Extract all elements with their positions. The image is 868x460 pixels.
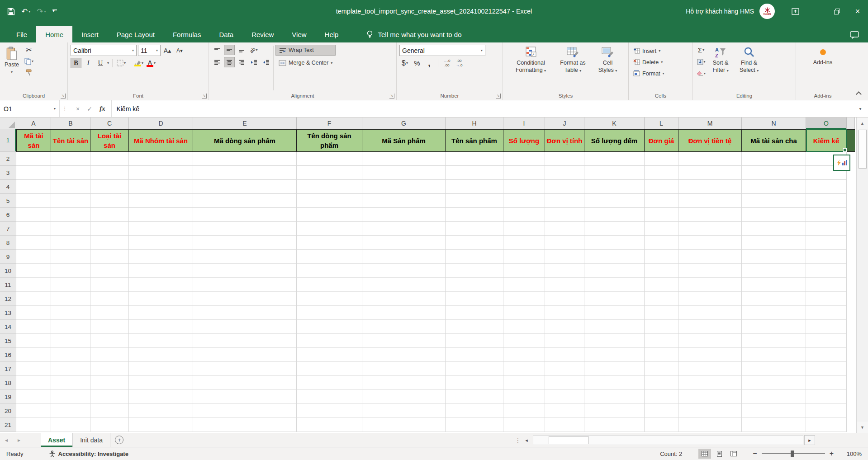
cell-L6[interactable]	[645, 208, 678, 222]
cell-I13[interactable]	[503, 306, 545, 320]
horizontal-scroll-thumb[interactable]	[549, 436, 588, 444]
cell-H19[interactable]	[446, 390, 503, 404]
bold-button[interactable]: B	[71, 58, 81, 68]
cell-D10[interactable]	[129, 264, 193, 278]
cell-L7[interactable]	[645, 222, 678, 236]
cell-D15[interactable]	[129, 334, 193, 348]
zoom-thumb[interactable]	[791, 451, 794, 457]
tab-splitter-grip[interactable]: ⋮	[515, 433, 521, 447]
cell-I8[interactable]	[503, 236, 545, 250]
header-cell-O1[interactable]: Kiểm kể	[806, 129, 847, 152]
format-cells-button[interactable]: Format▾	[631, 68, 666, 79]
cell-G20[interactable]	[362, 404, 446, 418]
cell-E14[interactable]	[193, 320, 297, 334]
header-cell-I1[interactable]: Số lượng	[503, 129, 545, 152]
cell-A7[interactable]	[16, 222, 51, 236]
cell-B4[interactable]	[51, 180, 90, 194]
cell-N10[interactable]	[742, 264, 806, 278]
cell-C7[interactable]	[90, 222, 129, 236]
row-header-18[interactable]: 18	[0, 376, 16, 390]
cell-O18[interactable]	[806, 376, 847, 390]
cell-L3[interactable]	[645, 166, 678, 180]
cell-D9[interactable]	[129, 250, 193, 264]
cell-D11[interactable]	[129, 278, 193, 292]
cell-E12[interactable]	[193, 292, 297, 306]
cell-E8[interactable]	[193, 236, 297, 250]
cell-E2[interactable]	[193, 152, 297, 166]
cell-I14[interactable]	[503, 320, 545, 334]
redo-button[interactable]: ↷▾	[37, 7, 46, 16]
cell-M11[interactable]	[678, 278, 742, 292]
cell-H2[interactable]	[446, 152, 503, 166]
cell-B16[interactable]	[51, 348, 90, 362]
cell-A3[interactable]	[16, 166, 51, 180]
cell-O4[interactable]	[806, 180, 847, 194]
cell-N5[interactable]	[742, 194, 806, 208]
cell-A10[interactable]	[16, 264, 51, 278]
cell-J21[interactable]	[545, 418, 584, 432]
zoom-out-button[interactable]: −	[753, 450, 757, 458]
cell-L5[interactable]	[645, 194, 678, 208]
cell-K10[interactable]	[584, 264, 645, 278]
next-sheet-button[interactable]: ▸	[13, 433, 25, 447]
format-as-table-button[interactable]: Format as Table ▾	[555, 45, 592, 75]
cell-K2[interactable]	[584, 152, 645, 166]
cell-H8[interactable]	[446, 236, 503, 250]
orientation-button[interactable]: ab▾	[248, 45, 259, 55]
cell-J6[interactable]	[545, 208, 584, 222]
add-ins-button[interactable]: Add-ins	[807, 45, 839, 67]
cell-E21[interactable]	[193, 418, 297, 432]
cell-I4[interactable]	[503, 180, 545, 194]
cell-B6[interactable]	[51, 208, 90, 222]
cell-L2[interactable]	[645, 152, 678, 166]
cell-M18[interactable]	[678, 376, 742, 390]
cell-D21[interactable]	[129, 418, 193, 432]
row-header-7[interactable]: 7	[0, 222, 16, 236]
sheet-tab-init-data[interactable]: Init data	[73, 433, 110, 447]
cell-I15[interactable]	[503, 334, 545, 348]
dialog-launcher-icon[interactable]: ↘	[389, 94, 394, 99]
cell-A5[interactable]	[16, 194, 51, 208]
cell-I9[interactable]	[503, 250, 545, 264]
cell-L14[interactable]	[645, 320, 678, 334]
cell-J20[interactable]	[545, 404, 584, 418]
cell-M5[interactable]	[678, 194, 742, 208]
cell-O11[interactable]	[806, 278, 847, 292]
cell-L4[interactable]	[645, 180, 678, 194]
cell-I19[interactable]	[503, 390, 545, 404]
cell-K9[interactable]	[584, 250, 645, 264]
cell-C15[interactable]	[90, 334, 129, 348]
dialog-launcher-icon[interactable]: ↘	[202, 94, 207, 99]
column-header-D[interactable]: D	[129, 117, 193, 129]
cell-G9[interactable]	[362, 250, 446, 264]
cell-A16[interactable]	[16, 348, 51, 362]
column-header-E[interactable]: E	[193, 117, 297, 129]
italic-button[interactable]: I	[83, 58, 94, 68]
cell-E18[interactable]	[193, 376, 297, 390]
cell-A14[interactable]	[16, 320, 51, 334]
cell-G15[interactable]	[362, 334, 446, 348]
cell-C5[interactable]	[90, 194, 129, 208]
increase-indent-button[interactable]	[261, 57, 271, 67]
header-cell-A1[interactable]: Mã tài sản	[16, 129, 51, 152]
cell-O13[interactable]	[806, 306, 847, 320]
header-cell-D1[interactable]: Mã Nhóm tài sản	[129, 129, 193, 152]
quick-analysis-button[interactable]	[833, 155, 850, 171]
cell-D20[interactable]	[129, 404, 193, 418]
cell-N20[interactable]	[742, 404, 806, 418]
cell-O17[interactable]	[806, 362, 847, 376]
header-cell-G1[interactable]: Mã Sản phẩm	[362, 129, 446, 152]
row-header-16[interactable]: 16	[0, 348, 16, 362]
cell-F15[interactable]	[297, 334, 362, 348]
cell-B15[interactable]	[51, 334, 90, 348]
merge-center-button[interactable]: Merge & Center ▾	[275, 57, 336, 68]
cell-D17[interactable]	[129, 362, 193, 376]
restore-button[interactable]	[826, 0, 847, 23]
cell-O16[interactable]	[806, 348, 847, 362]
column-header-J[interactable]: J	[545, 117, 584, 129]
cell-H11[interactable]	[446, 278, 503, 292]
ribbon-tab-help[interactable]: Help	[316, 26, 348, 42]
header-cell-H1[interactable]: Tên sản phẩm	[446, 129, 503, 152]
row-header-10[interactable]: 10	[0, 264, 16, 278]
cell-F13[interactable]	[297, 306, 362, 320]
